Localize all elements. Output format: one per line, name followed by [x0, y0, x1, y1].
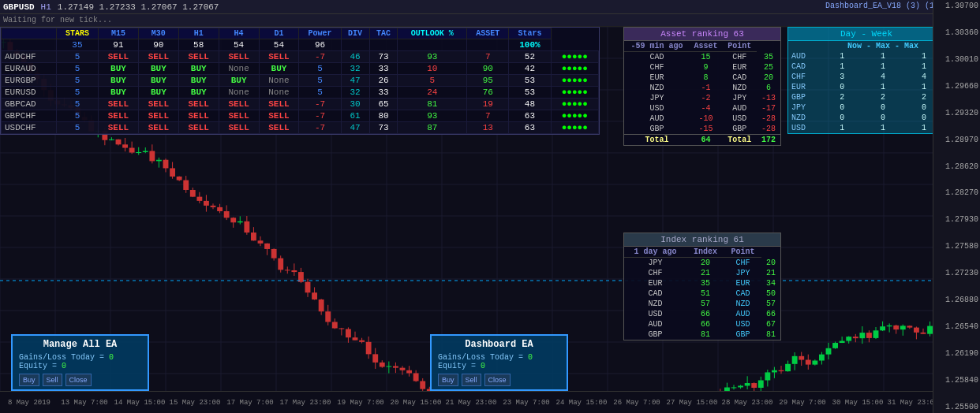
- ir-ago: AUD: [624, 319, 686, 329]
- dots-cell: ●●●●●: [551, 87, 598, 99]
- time-label: 28 May 23:00: [720, 399, 775, 407]
- manage-ea-sell-btn[interactable]: Sell: [43, 374, 62, 386]
- ar-asset: AUD: [722, 103, 757, 113]
- day-week-row: EUR 0 1 1: [788, 82, 944, 92]
- ir-ago: GBP: [624, 329, 686, 340]
- price-tick: 1.28970: [935, 136, 978, 144]
- ar-point: -13: [757, 93, 780, 103]
- m30-cell: SELL: [138, 110, 178, 122]
- waiting-bar: Waiting for new tick...: [0, 14, 947, 27]
- m15-cell: SELL: [99, 122, 139, 134]
- asset-row: JPY -2 JPY -13: [624, 93, 780, 103]
- manage-ea-close-btn[interactable]: Close: [65, 374, 92, 386]
- asset-cell: 7: [467, 51, 509, 63]
- ir-ago: CAD: [624, 288, 686, 299]
- dw-currency: GBP: [788, 92, 821, 102]
- dw-max1: 2: [862, 92, 903, 102]
- price-tick: 1.27230: [935, 269, 978, 277]
- col-asset: ASSET: [467, 28, 509, 39]
- time-label: 20 May 15:00: [388, 399, 443, 407]
- dashboard-ea-panel: Dashboard EA Gains/Loss Today = 0 Equity…: [430, 334, 568, 391]
- power-cell: -7: [299, 51, 341, 63]
- div-cell: 32: [341, 63, 369, 75]
- day-week-row: GBP 2 2 2: [788, 92, 944, 102]
- col-outlook: OUTLOOK %: [398, 28, 467, 39]
- asset2-cell: 53: [509, 75, 551, 87]
- dw-subheader: Now - Max - Max: [821, 41, 944, 51]
- tac-cell: 33: [369, 63, 398, 75]
- ir-point: 20: [761, 258, 780, 269]
- price-tick: 1.25500: [935, 403, 978, 411]
- day-week-panel: Day - Week Now - Max - Max AUD 1 1 1 CAD…: [787, 27, 945, 134]
- dw-max1: 4: [862, 72, 903, 82]
- asset-total-row: Total 64 Total 172: [624, 135, 780, 146]
- ir-col3: Point: [724, 247, 762, 258]
- stars-cell: 5: [56, 87, 98, 99]
- outlook-cell: 24: [398, 87, 467, 99]
- manage-ea-buttons: Buy Sell Close: [19, 374, 141, 386]
- manage-ea-buy-btn[interactable]: Buy: [19, 374, 39, 386]
- ir-col2: Index: [686, 247, 724, 258]
- ir-ago: EUR: [624, 278, 686, 288]
- time-label: 17 May 23:00: [278, 399, 333, 407]
- price-scale: 1.307001.303601.300101.296601.293201.289…: [933, 0, 980, 413]
- price-tick: 1.30700: [935, 2, 978, 10]
- h1-cell: SELL: [178, 51, 219, 63]
- m15-cell: BUY: [99, 75, 139, 87]
- top-bar: GBPUSD H1 1.27149 1.27233 1.27067 1.2706…: [0, 0, 947, 14]
- index-row: NZD 57 NZD 57: [624, 299, 780, 309]
- dw-currency: CHF: [788, 72, 821, 82]
- h1-cell: SELL: [178, 99, 219, 110]
- dashboard-ea-close-btn[interactable]: Close: [484, 374, 511, 386]
- d1-cell: SELL: [259, 110, 299, 122]
- symbol-cell: EURAUD: [2, 63, 57, 75]
- day-week-row: USD 1 1 1: [788, 123, 944, 133]
- time-label: 24 May 15:00: [554, 399, 609, 407]
- col-d1: D1: [259, 28, 299, 39]
- dots-cell: ●●●●●: [551, 122, 598, 134]
- d1-cell: None: [259, 87, 299, 99]
- h4-cell: None: [219, 63, 259, 75]
- asset-cell: 95: [467, 75, 509, 87]
- rh-h1: 58: [178, 39, 219, 51]
- col-tac: TAC: [369, 28, 398, 39]
- d1-cell: SELL: [259, 51, 299, 63]
- stars-cell: 5: [56, 110, 98, 122]
- ir-val: 66: [686, 309, 724, 319]
- ir-point: 81: [761, 329, 780, 340]
- asset-ranking-panel: Asset ranking 63 -59 min ago Asset Point…: [623, 27, 781, 146]
- price-tick: 1.29660: [935, 82, 978, 91]
- asset2-cell: 52: [509, 51, 551, 63]
- day-week-row: CHF 3 4 4: [788, 72, 944, 82]
- power-cell: -7: [299, 122, 341, 134]
- m30-cell: SELL: [138, 122, 178, 134]
- asset-cell: 13: [467, 122, 509, 134]
- row-header-blank: [2, 39, 57, 51]
- ar-ago: AUD: [624, 113, 690, 124]
- price-tick: 1.26880: [935, 296, 978, 304]
- col-h4: H4: [219, 28, 259, 39]
- ar-point: -28: [757, 124, 780, 135]
- price-tick: 1.27580: [935, 242, 978, 251]
- symbol-cell: EURGBP: [2, 75, 57, 87]
- dashboard-ea-sell-btn[interactable]: Sell: [462, 374, 481, 386]
- stars-cell: 5: [56, 51, 98, 63]
- dashboard-version-label: Dashboard_EA_V18 (3) (1)©: [825, 2, 944, 10]
- symbol-label: GBPUSD: [3, 2, 35, 12]
- index-row: GBP 81 GBP 81: [624, 329, 780, 340]
- stars-cell: 5: [56, 75, 98, 87]
- ir-index: EUR: [724, 278, 762, 288]
- index-row: CHF 21 JPY 21: [624, 268, 780, 278]
- ar-val: 8: [690, 73, 722, 83]
- ir-index: CHF: [724, 258, 762, 269]
- ar-point: -17: [757, 103, 780, 113]
- asset-cell: 19: [467, 99, 509, 110]
- dashboard-ea-buy-btn[interactable]: Buy: [438, 374, 458, 386]
- div-cell: 30: [341, 99, 369, 110]
- time-label: 21 May 23:00: [443, 399, 499, 407]
- symbol-cell: GBPCHF: [2, 110, 57, 122]
- col-power: Power: [299, 28, 341, 39]
- div-cell: 47: [341, 122, 369, 134]
- manage-ea-equity: Equity = 0: [19, 362, 141, 370]
- ar-ago: NZD: [624, 83, 690, 93]
